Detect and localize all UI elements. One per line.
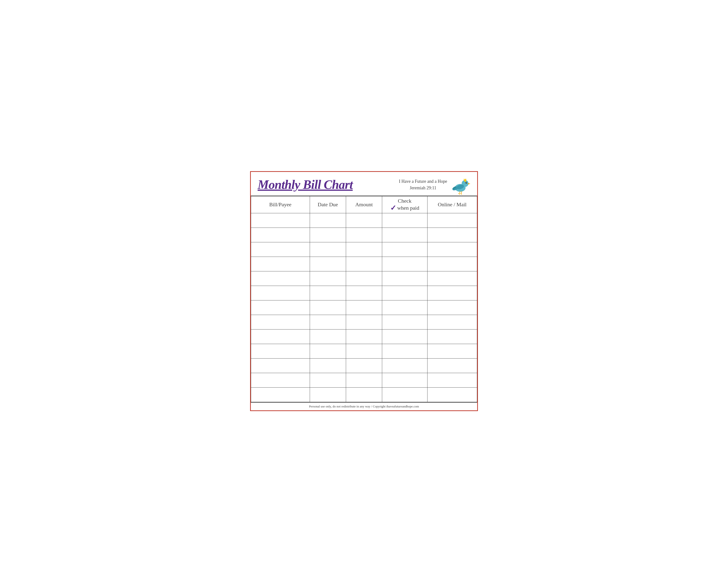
table-cell — [346, 300, 382, 315]
table-row — [251, 358, 477, 373]
page-container: Monthly Bill Chart I Have a Future and a… — [250, 171, 478, 411]
table-cell — [310, 257, 346, 271]
table-cell — [346, 228, 382, 242]
table-row — [251, 373, 477, 387]
header-right: I Have a Future and a Hope Jeremiah 29:1… — [399, 176, 470, 193]
table-cell — [346, 358, 382, 373]
table-cell — [346, 329, 382, 344]
table-cell — [310, 300, 346, 315]
checkmark-symbol: ✓ — [390, 204, 396, 212]
table-cell — [427, 387, 477, 402]
table-cell — [251, 358, 310, 373]
svg-line-13 — [461, 194, 462, 195]
table-cell — [382, 228, 427, 242]
table-row — [251, 329, 477, 344]
table-cell — [382, 373, 427, 387]
table-cell — [346, 344, 382, 358]
table-cell — [382, 329, 427, 344]
table-row — [251, 315, 477, 329]
table-cell — [346, 242, 382, 257]
svg-point-3 — [466, 182, 467, 184]
table-cell — [427, 373, 477, 387]
table-cell — [251, 315, 310, 329]
table-cell — [346, 271, 382, 286]
table-cell — [310, 271, 346, 286]
table-cell — [310, 358, 346, 373]
table-cell — [427, 228, 477, 242]
table-cell — [427, 286, 477, 300]
table-cell — [382, 286, 427, 300]
table-row — [251, 344, 477, 358]
table-cell — [310, 286, 346, 300]
table-cell — [310, 213, 346, 228]
svg-line-11 — [459, 194, 460, 195]
table-cell — [310, 242, 346, 257]
table-cell — [251, 329, 310, 344]
table-cell — [310, 373, 346, 387]
table-row — [251, 213, 477, 228]
table-row — [251, 387, 477, 402]
table-cell — [382, 315, 427, 329]
col-header-date: Date Due — [310, 196, 346, 213]
table-cell — [427, 329, 477, 344]
table-cell — [346, 257, 382, 271]
subtitle-text: I Have a Future and a Hope Jeremiah 29:1… — [399, 178, 447, 191]
table-cell — [310, 315, 346, 329]
table-row — [251, 300, 477, 315]
footer-text: Personal use only, do not redistribute i… — [309, 405, 419, 408]
table-cell — [427, 315, 477, 329]
table-cell — [427, 271, 477, 286]
table-cell — [427, 213, 477, 228]
svg-point-4 — [466, 182, 467, 183]
table-row — [251, 228, 477, 242]
subtitle-line2: Jeremiah 29:11 — [399, 185, 447, 191]
table-cell — [382, 387, 427, 402]
table-cell — [346, 315, 382, 329]
table-cell — [251, 344, 310, 358]
subtitle-line1: I Have a Future and a Hope — [399, 178, 447, 185]
table-cell — [346, 387, 382, 402]
svg-marker-2 — [468, 183, 470, 185]
table-cell — [251, 271, 310, 286]
table-cell — [346, 373, 382, 387]
bill-table: Bill/Payee Date Due Amount Check ✓ when … — [251, 196, 477, 402]
table-cell — [346, 286, 382, 300]
table-header-row: Bill/Payee Date Due Amount Check ✓ when … — [251, 196, 477, 213]
table-cell — [310, 344, 346, 358]
table-cell — [310, 228, 346, 242]
table-cell — [251, 228, 310, 242]
table-cell — [346, 213, 382, 228]
table-cell — [251, 242, 310, 257]
table-row — [251, 242, 477, 257]
table-cell — [427, 358, 477, 373]
table-cell — [251, 213, 310, 228]
check-top-label: Check — [398, 198, 412, 204]
table-cell — [251, 286, 310, 300]
bird-icon — [451, 176, 470, 193]
table-cell — [382, 271, 427, 286]
table-cell — [251, 300, 310, 315]
table-row — [251, 257, 477, 271]
table-cell — [382, 358, 427, 373]
col-header-online: Online / Mail — [427, 196, 477, 213]
table-row — [251, 271, 477, 286]
table-cell — [251, 387, 310, 402]
page-header: Monthly Bill Chart I Have a Future and a… — [251, 172, 477, 196]
table-cell — [382, 242, 427, 257]
table-cell — [251, 257, 310, 271]
col-header-amount: Amount — [346, 196, 382, 213]
table-cell — [427, 257, 477, 271]
page-title: Monthly Bill Chart — [258, 178, 353, 192]
table-cell — [427, 344, 477, 358]
table-cell — [310, 329, 346, 344]
table-cell — [382, 344, 427, 358]
table-cell — [251, 373, 310, 387]
table-cell — [382, 257, 427, 271]
table-cell — [427, 300, 477, 315]
col-header-bill: Bill/Payee — [251, 196, 310, 213]
col-header-check: Check ✓ when paid — [382, 196, 427, 213]
table-cell — [310, 387, 346, 402]
table-cell — [382, 300, 427, 315]
table-cell — [382, 213, 427, 228]
page-footer: Personal use only, do not redistribute i… — [251, 402, 477, 410]
